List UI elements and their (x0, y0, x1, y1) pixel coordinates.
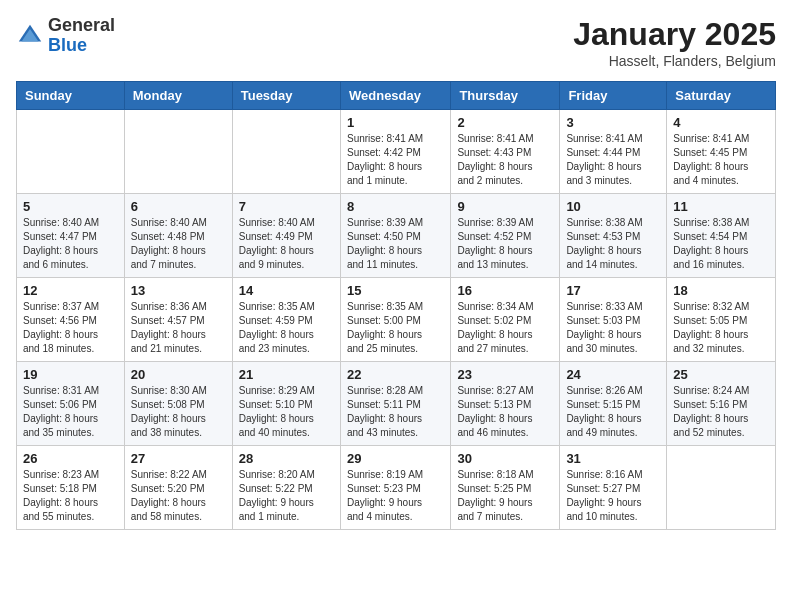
weekday-header-thursday: Thursday (451, 82, 560, 110)
calendar-week-row: 12Sunrise: 8:37 AM Sunset: 4:56 PM Dayli… (17, 278, 776, 362)
calendar-cell: 3Sunrise: 8:41 AM Sunset: 4:44 PM Daylig… (560, 110, 667, 194)
day-number: 31 (566, 451, 660, 466)
day-number: 5 (23, 199, 118, 214)
day-info: Sunrise: 8:39 AM Sunset: 4:52 PM Dayligh… (457, 216, 553, 272)
day-info: Sunrise: 8:31 AM Sunset: 5:06 PM Dayligh… (23, 384, 118, 440)
calendar-cell: 24Sunrise: 8:26 AM Sunset: 5:15 PM Dayli… (560, 362, 667, 446)
calendar-week-row: 5Sunrise: 8:40 AM Sunset: 4:47 PM Daylig… (17, 194, 776, 278)
day-number: 13 (131, 283, 226, 298)
calendar-cell: 18Sunrise: 8:32 AM Sunset: 5:05 PM Dayli… (667, 278, 776, 362)
day-number: 1 (347, 115, 444, 130)
calendar-cell: 5Sunrise: 8:40 AM Sunset: 4:47 PM Daylig… (17, 194, 125, 278)
day-info: Sunrise: 8:35 AM Sunset: 5:00 PM Dayligh… (347, 300, 444, 356)
day-info: Sunrise: 8:32 AM Sunset: 5:05 PM Dayligh… (673, 300, 769, 356)
month-title: January 2025 (573, 16, 776, 53)
day-number: 23 (457, 367, 553, 382)
calendar-cell (232, 110, 340, 194)
calendar-cell: 25Sunrise: 8:24 AM Sunset: 5:16 PM Dayli… (667, 362, 776, 446)
day-number: 10 (566, 199, 660, 214)
calendar-cell: 4Sunrise: 8:41 AM Sunset: 4:45 PM Daylig… (667, 110, 776, 194)
day-number: 17 (566, 283, 660, 298)
day-info: Sunrise: 8:34 AM Sunset: 5:02 PM Dayligh… (457, 300, 553, 356)
day-number: 29 (347, 451, 444, 466)
day-number: 14 (239, 283, 334, 298)
day-info: Sunrise: 8:22 AM Sunset: 5:20 PM Dayligh… (131, 468, 226, 524)
calendar-cell: 9Sunrise: 8:39 AM Sunset: 4:52 PM Daylig… (451, 194, 560, 278)
calendar-cell: 20Sunrise: 8:30 AM Sunset: 5:08 PM Dayli… (124, 362, 232, 446)
calendar-cell: 2Sunrise: 8:41 AM Sunset: 4:43 PM Daylig… (451, 110, 560, 194)
weekday-header-saturday: Saturday (667, 82, 776, 110)
weekday-header-sunday: Sunday (17, 82, 125, 110)
calendar-week-row: 1Sunrise: 8:41 AM Sunset: 4:42 PM Daylig… (17, 110, 776, 194)
calendar-cell: 7Sunrise: 8:40 AM Sunset: 4:49 PM Daylig… (232, 194, 340, 278)
day-number: 16 (457, 283, 553, 298)
day-info: Sunrise: 8:36 AM Sunset: 4:57 PM Dayligh… (131, 300, 226, 356)
day-number: 24 (566, 367, 660, 382)
day-info: Sunrise: 8:39 AM Sunset: 4:50 PM Dayligh… (347, 216, 444, 272)
location-subtitle: Hasselt, Flanders, Belgium (573, 53, 776, 69)
day-number: 11 (673, 199, 769, 214)
calendar-cell: 27Sunrise: 8:22 AM Sunset: 5:20 PM Dayli… (124, 446, 232, 530)
calendar-cell (124, 110, 232, 194)
day-number: 27 (131, 451, 226, 466)
day-info: Sunrise: 8:23 AM Sunset: 5:18 PM Dayligh… (23, 468, 118, 524)
day-info: Sunrise: 8:37 AM Sunset: 4:56 PM Dayligh… (23, 300, 118, 356)
day-info: Sunrise: 8:41 AM Sunset: 4:43 PM Dayligh… (457, 132, 553, 188)
calendar-cell: 28Sunrise: 8:20 AM Sunset: 5:22 PM Dayli… (232, 446, 340, 530)
calendar-cell: 19Sunrise: 8:31 AM Sunset: 5:06 PM Dayli… (17, 362, 125, 446)
day-info: Sunrise: 8:41 AM Sunset: 4:45 PM Dayligh… (673, 132, 769, 188)
day-info: Sunrise: 8:24 AM Sunset: 5:16 PM Dayligh… (673, 384, 769, 440)
day-info: Sunrise: 8:20 AM Sunset: 5:22 PM Dayligh… (239, 468, 334, 524)
day-number: 25 (673, 367, 769, 382)
day-number: 19 (23, 367, 118, 382)
calendar-cell: 31Sunrise: 8:16 AM Sunset: 5:27 PM Dayli… (560, 446, 667, 530)
page-header: General Blue January 2025 Hasselt, Fland… (16, 16, 776, 69)
day-info: Sunrise: 8:28 AM Sunset: 5:11 PM Dayligh… (347, 384, 444, 440)
day-info: Sunrise: 8:19 AM Sunset: 5:23 PM Dayligh… (347, 468, 444, 524)
day-info: Sunrise: 8:27 AM Sunset: 5:13 PM Dayligh… (457, 384, 553, 440)
calendar-cell: 8Sunrise: 8:39 AM Sunset: 4:50 PM Daylig… (340, 194, 450, 278)
day-number: 22 (347, 367, 444, 382)
calendar-cell: 26Sunrise: 8:23 AM Sunset: 5:18 PM Dayli… (17, 446, 125, 530)
day-info: Sunrise: 8:26 AM Sunset: 5:15 PM Dayligh… (566, 384, 660, 440)
day-number: 7 (239, 199, 334, 214)
logo-icon (16, 22, 44, 50)
calendar-cell (17, 110, 125, 194)
logo: General Blue (16, 16, 115, 56)
title-block: January 2025 Hasselt, Flanders, Belgium (573, 16, 776, 69)
day-number: 21 (239, 367, 334, 382)
day-info: Sunrise: 8:40 AM Sunset: 4:47 PM Dayligh… (23, 216, 118, 272)
calendar-header-row: SundayMondayTuesdayWednesdayThursdayFrid… (17, 82, 776, 110)
calendar-cell: 17Sunrise: 8:33 AM Sunset: 5:03 PM Dayli… (560, 278, 667, 362)
calendar-week-row: 26Sunrise: 8:23 AM Sunset: 5:18 PM Dayli… (17, 446, 776, 530)
day-info: Sunrise: 8:18 AM Sunset: 5:25 PM Dayligh… (457, 468, 553, 524)
calendar-cell: 12Sunrise: 8:37 AM Sunset: 4:56 PM Dayli… (17, 278, 125, 362)
calendar-table: SundayMondayTuesdayWednesdayThursdayFrid… (16, 81, 776, 530)
day-number: 12 (23, 283, 118, 298)
logo-text: General Blue (48, 16, 115, 56)
day-number: 15 (347, 283, 444, 298)
day-info: Sunrise: 8:41 AM Sunset: 4:42 PM Dayligh… (347, 132, 444, 188)
day-number: 20 (131, 367, 226, 382)
day-number: 9 (457, 199, 553, 214)
calendar-cell: 22Sunrise: 8:28 AM Sunset: 5:11 PM Dayli… (340, 362, 450, 446)
weekday-header-tuesday: Tuesday (232, 82, 340, 110)
day-info: Sunrise: 8:38 AM Sunset: 4:54 PM Dayligh… (673, 216, 769, 272)
day-number: 6 (131, 199, 226, 214)
calendar-week-row: 19Sunrise: 8:31 AM Sunset: 5:06 PM Dayli… (17, 362, 776, 446)
day-info: Sunrise: 8:38 AM Sunset: 4:53 PM Dayligh… (566, 216, 660, 272)
day-info: Sunrise: 8:40 AM Sunset: 4:49 PM Dayligh… (239, 216, 334, 272)
day-number: 28 (239, 451, 334, 466)
weekday-header-monday: Monday (124, 82, 232, 110)
calendar-cell: 29Sunrise: 8:19 AM Sunset: 5:23 PM Dayli… (340, 446, 450, 530)
day-number: 30 (457, 451, 553, 466)
day-number: 26 (23, 451, 118, 466)
weekday-header-friday: Friday (560, 82, 667, 110)
day-info: Sunrise: 8:41 AM Sunset: 4:44 PM Dayligh… (566, 132, 660, 188)
calendar-cell: 16Sunrise: 8:34 AM Sunset: 5:02 PM Dayli… (451, 278, 560, 362)
day-info: Sunrise: 8:35 AM Sunset: 4:59 PM Dayligh… (239, 300, 334, 356)
calendar-cell: 6Sunrise: 8:40 AM Sunset: 4:48 PM Daylig… (124, 194, 232, 278)
weekday-header-wednesday: Wednesday (340, 82, 450, 110)
calendar-cell: 23Sunrise: 8:27 AM Sunset: 5:13 PM Dayli… (451, 362, 560, 446)
day-info: Sunrise: 8:33 AM Sunset: 5:03 PM Dayligh… (566, 300, 660, 356)
